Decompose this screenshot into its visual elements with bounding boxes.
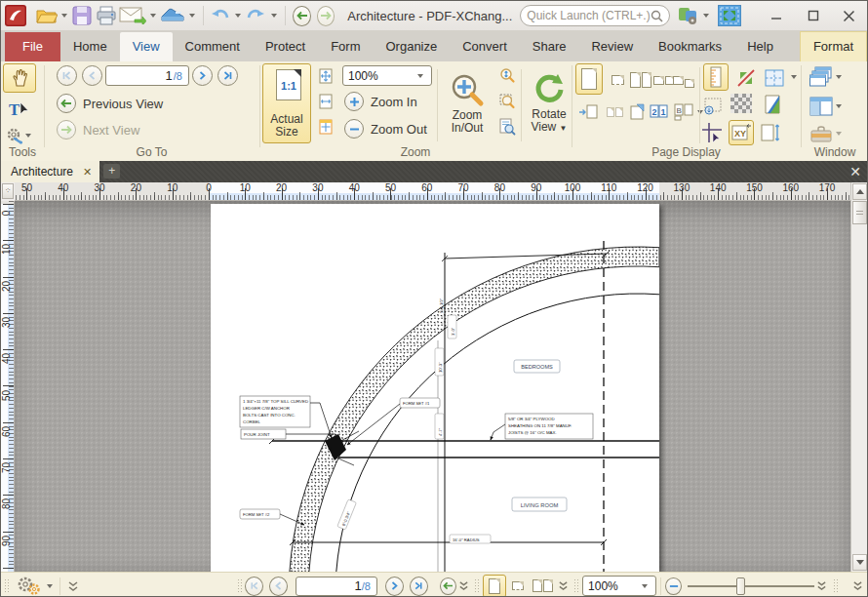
zoom-in-out-button[interactable]: ZoomIn/Out [441, 63, 493, 143]
continuous-view-button[interactable] [607, 68, 628, 92]
status-page-input[interactable]: 1/8 [296, 577, 377, 596]
redo-button[interactable] [245, 4, 266, 27]
tile-dropdown[interactable] [836, 104, 842, 108]
toolbar-grip[interactable] [4, 578, 10, 594]
split-view-button[interactable] [734, 65, 758, 91]
new-tab-button[interactable]: + [103, 164, 120, 179]
show-guides-button[interactable] [699, 120, 725, 145]
zoom-out-button[interactable]: Zoom Out [344, 119, 427, 139]
scroll-down-button[interactable] [852, 554, 867, 571]
scan-button[interactable] [160, 4, 185, 27]
next-page-button[interactable] [192, 65, 213, 86]
show-coordinates-button[interactable]: XY [729, 120, 754, 145]
zoom-slider[interactable] [688, 577, 814, 596]
maximize-button[interactable] [801, 5, 826, 26]
toolbox-dropdown[interactable] [836, 132, 842, 136]
zoom-expand[interactable] [814, 575, 829, 597]
close-button[interactable] [836, 5, 861, 26]
reading-direction-button[interactable]: B [672, 100, 695, 124]
email-button[interactable] [119, 4, 146, 27]
rotate-view-button[interactable]: RotateView ▼ [524, 63, 574, 143]
status-options-dropdown[interactable] [47, 584, 53, 588]
tab-home[interactable]: Home [60, 32, 120, 61]
tile-windows-button[interactable] [809, 94, 846, 119]
select-text-tool-button[interactable]: T [5, 97, 32, 122]
undo-button[interactable] [210, 4, 231, 27]
tab-help[interactable]: Help [734, 32, 786, 61]
toolbar-grip[interactable] [573, 578, 579, 594]
hand-tool-button[interactable] [3, 63, 36, 93]
ruler-origin-button[interactable]: ⁘ [2, 183, 14, 199]
single-page-view-button[interactable] [575, 63, 603, 95]
horizontal-ruler[interactable]: 5040302010010203040506070809010011012013… [15, 182, 851, 201]
zoom-level-combo[interactable]: 100% [342, 65, 432, 86]
previous-page-button[interactable] [82, 65, 102, 86]
toolbar-grip[interactable] [833, 578, 839, 594]
status-zoom-out-button[interactable] [665, 577, 682, 595]
tab-close-icon[interactable]: ✕ [83, 166, 92, 179]
transparency-grid-button[interactable] [730, 94, 752, 113]
tab-convert[interactable]: Convert [450, 32, 520, 61]
facing-pages-button[interactable] [605, 102, 624, 122]
tab-form[interactable]: Form [318, 32, 373, 61]
layout-expand[interactable] [556, 575, 571, 597]
cover-mode-button[interactable] [626, 100, 648, 124]
undo-dropdown[interactable] [235, 14, 241, 18]
scrollbar-thumb[interactable] [852, 201, 867, 224]
status-single-page-button[interactable] [483, 575, 507, 597]
snap-page-button[interactable] [575, 100, 601, 124]
loupe-tool-button[interactable] [496, 115, 518, 139]
document-canvas[interactable]: BEDROOMS LIVING ROOM 1 3/4"×11 7/8" TOP … [1, 201, 851, 572]
toolbar-grip[interactable] [237, 578, 243, 594]
close-document-button[interactable]: ✕ [849, 164, 861, 179]
tab-bookmarks[interactable]: Bookmarks [646, 32, 734, 61]
page-number-input[interactable]: 1/8 [105, 65, 189, 86]
open-button[interactable] [35, 4, 57, 27]
actual-size-button[interactable]: 1:1 ActualSize [262, 63, 311, 143]
pdf-page[interactable]: BEDROOMS LIVING ROOM 1 3/4"×11 7/8" TOP … [211, 204, 659, 572]
fit-page-button[interactable] [315, 64, 336, 88]
fit-width-button[interactable] [315, 90, 336, 113]
zoom-area-button[interactable] [496, 90, 518, 113]
tab-view[interactable]: View [120, 32, 173, 61]
tab-review[interactable]: Review [578, 32, 646, 61]
panes-expand[interactable] [848, 575, 867, 597]
ui-options-dropdown[interactable] [703, 14, 709, 18]
show-rulers-button[interactable] [703, 63, 729, 91]
redo-dropdown[interactable] [271, 14, 277, 18]
two-pages-continuous-button[interactable] [653, 68, 675, 92]
forward-button[interactable] [317, 6, 335, 26]
tab-comment[interactable]: Comment [173, 32, 253, 61]
email-dropdown[interactable] [150, 14, 156, 18]
tab-protect[interactable]: Protect [253, 32, 318, 61]
zoom-in-button[interactable]: Zoom In [344, 92, 417, 111]
scroll-up-button[interactable] [852, 183, 867, 200]
page-tiling-button[interactable] [763, 65, 786, 91]
autoscroll-button[interactable] [701, 95, 727, 118]
page-transition-button[interactable] [760, 92, 785, 117]
status-options-button[interactable] [13, 575, 44, 597]
tab-file[interactable]: File [5, 32, 60, 61]
vertical-scrollbar[interactable] [850, 182, 868, 572]
tab-share[interactable]: Share [520, 32, 579, 61]
spread-view-button[interactable] [673, 68, 694, 92]
previous-view-button[interactable]: Previous View [57, 94, 163, 113]
fullscreen-button[interactable] [718, 4, 741, 27]
quick-launch-input[interactable]: Quick Launch (CTRL+.) [520, 5, 669, 26]
status-continuous-button[interactable] [506, 575, 529, 597]
next-view-button[interactable]: Next View [57, 120, 139, 139]
open-dropdown[interactable] [61, 14, 67, 18]
save-button[interactable] [71, 4, 93, 27]
print-button[interactable] [95, 4, 116, 27]
zoom-slider-handle[interactable] [736, 577, 745, 595]
status-first-page-button[interactable] [245, 577, 263, 596]
two-pages-view-button[interactable] [630, 68, 651, 92]
scan-dropdown[interactable] [189, 14, 195, 18]
document-tab-architecture[interactable]: Architecture ✕ [1, 161, 99, 182]
vertical-ruler[interactable]: 0102030405060708090 [1, 201, 15, 572]
status-previous-view-button[interactable] [440, 577, 456, 595]
zoom-dynamic-button[interactable] [496, 64, 518, 88]
fit-height-button[interactable] [758, 120, 783, 145]
status-two-pages-button[interactable] [529, 575, 556, 597]
minimize-button[interactable] [764, 5, 789, 26]
